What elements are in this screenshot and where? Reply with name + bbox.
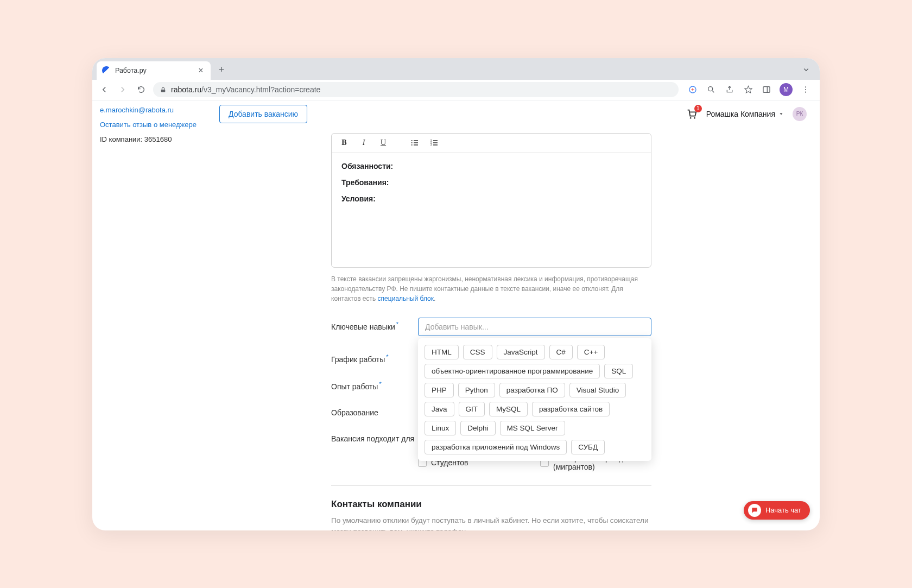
chevron-down-icon (778, 111, 784, 117)
skill-chip[interactable]: Java (425, 402, 454, 416)
skill-chip[interactable]: Linux (425, 421, 456, 435)
new-tab-button[interactable]: + (214, 62, 229, 78)
skill-chip[interactable]: MySQL (489, 402, 528, 416)
requirements-heading: Требования: (341, 178, 641, 187)
skill-chip[interactable]: Python (458, 383, 495, 397)
bookmark-icon[interactable] (743, 84, 753, 95)
editor-toolbar: B I U 123 (332, 134, 651, 153)
reload-icon[interactable] (135, 83, 148, 96)
skill-chip[interactable]: PHP (425, 383, 454, 397)
browser-chrome: Работа.ру × + rabota.ru/v3_myVacancy.htm… (92, 58, 820, 100)
company-avatar[interactable]: РК (793, 107, 807, 121)
svg-point-2 (708, 87, 713, 91)
url-path: /v3_myVacancy.html?action=create (201, 85, 320, 94)
ordered-list-button[interactable]: 123 (428, 137, 440, 149)
tabs-menu-icon[interactable] (801, 65, 811, 74)
skill-chip[interactable]: C++ (577, 345, 605, 359)
manager-email-link[interactable]: e.marochkin@rabota.ru (100, 106, 199, 114)
duties-heading: Обязанности: (341, 162, 641, 170)
editor-disclaimer: В тексте вакансии запрещены жаргонизмы, … (331, 274, 651, 304)
favicon-icon (102, 66, 111, 75)
address-bar: rabota.ru/v3_myVacancy.html?action=creat… (92, 80, 820, 100)
contacts-desc: По умолчанию отклики будут поступать в л… (331, 515, 651, 530)
tab-title: Работа.ру (115, 67, 147, 74)
vacancy-form: B I U 123 Обязанности: Требования: Услов… (331, 133, 651, 530)
skill-chip[interactable]: объектно-ориентированное программировани… (425, 364, 600, 378)
main-content: Добавить вакансию 1 Ромашка Компания РК (206, 100, 820, 530)
google-icon[interactable] (687, 84, 698, 95)
skill-chip[interactable]: CSS (463, 345, 492, 359)
close-tab-icon[interactable]: × (197, 66, 205, 75)
svg-point-10 (411, 142, 413, 143)
svg-point-7 (689, 117, 691, 118)
svg-point-11 (411, 144, 413, 146)
contacts-title: Контакты компании (331, 499, 651, 510)
url-field[interactable]: rabota.ru/v3_myVacancy.html?action=creat… (153, 82, 679, 97)
skill-chip[interactable]: Visual Studio (569, 383, 626, 397)
address-actions: M (684, 83, 814, 96)
menu-icon[interactable] (800, 84, 811, 95)
add-vacancy-button[interactable]: Добавить вакансию (219, 105, 307, 123)
skill-chip[interactable]: разработка сайтов (532, 402, 610, 416)
panel-icon[interactable] (761, 84, 772, 95)
sidebar: e.marochkin@rabota.ru Оставить отзыв о м… (92, 100, 206, 530)
underline-button[interactable]: U (377, 137, 389, 149)
conditions-heading: Условия: (341, 194, 641, 203)
bold-button[interactable]: B (338, 137, 350, 149)
cart-badge: 1 (694, 105, 702, 112)
italic-button[interactable]: I (358, 137, 370, 149)
lock-icon (160, 86, 167, 93)
browser-window: Работа.ру × + rabota.ru/v3_myVacancy.htm… (92, 58, 820, 530)
rich-text-editor[interactable]: B I U 123 Обязанности: Требования: Услов… (331, 133, 651, 268)
skill-chip[interactable]: C# (549, 345, 573, 359)
skill-chip[interactable]: разработка ПО (499, 383, 565, 397)
editor-textarea[interactable]: Обязанности: Требования: Условия: (332, 153, 651, 267)
chat-icon (748, 504, 761, 517)
skill-chip[interactable]: JavaScript (497, 345, 545, 359)
cart-button[interactable]: 1 (686, 108, 698, 120)
tab-strip: Работа.ру × + (92, 58, 820, 80)
browser-tab[interactable]: Работа.ру × (97, 61, 211, 80)
svg-point-8 (694, 117, 695, 118)
svg-point-5 (805, 89, 806, 90)
skill-chip[interactable]: разработка приложений под Windows (425, 440, 567, 454)
url-domain: rabota.ru (171, 85, 201, 94)
skill-chip[interactable]: Delphi (460, 421, 495, 435)
special-block-link[interactable]: специальный блок (378, 295, 434, 302)
topbar: Добавить вакансию 1 Ромашка Компания РК (206, 100, 820, 128)
forward-icon[interactable] (116, 83, 129, 96)
skill-chip[interactable]: MS SQL Server (500, 421, 565, 435)
company-dropdown[interactable]: Ромашка Компания (706, 110, 784, 118)
share-icon[interactable] (724, 84, 735, 95)
start-chat-button[interactable]: Начать чат (744, 501, 810, 520)
skill-chip[interactable]: СУБД (571, 440, 605, 454)
zoom-icon[interactable] (706, 84, 717, 95)
svg-rect-3 (763, 87, 770, 93)
divider (331, 485, 651, 486)
skill-chip[interactable]: GIT (459, 402, 485, 416)
profile-avatar[interactable]: M (780, 83, 793, 96)
skills-suggestions-popup: HTMLCSSJavaScriptC#C++объектно-ориентиро… (418, 338, 651, 461)
bullet-list-button[interactable] (409, 137, 421, 149)
company-name: Ромашка Компания (706, 110, 775, 118)
svg-rect-0 (161, 89, 166, 92)
skill-chip[interactable]: SQL (604, 364, 633, 378)
skills-input[interactable] (418, 318, 651, 336)
back-icon[interactable] (98, 83, 111, 96)
svg-point-9 (411, 140, 413, 141)
field-skills: Ключевые навыки* HTMLCSSJavaScriptC#C++о… (331, 318, 651, 336)
svg-point-6 (805, 92, 806, 93)
company-id-text: ID компании: 3651680 (100, 135, 199, 143)
page-viewport: e.marochkin@rabota.ru Оставить отзыв о м… (92, 100, 820, 530)
feedback-link[interactable]: Оставить отзыв о менеджере (100, 121, 199, 129)
svg-point-4 (805, 86, 806, 87)
svg-text:3: 3 (430, 143, 432, 146)
skill-chip[interactable]: HTML (425, 345, 459, 359)
